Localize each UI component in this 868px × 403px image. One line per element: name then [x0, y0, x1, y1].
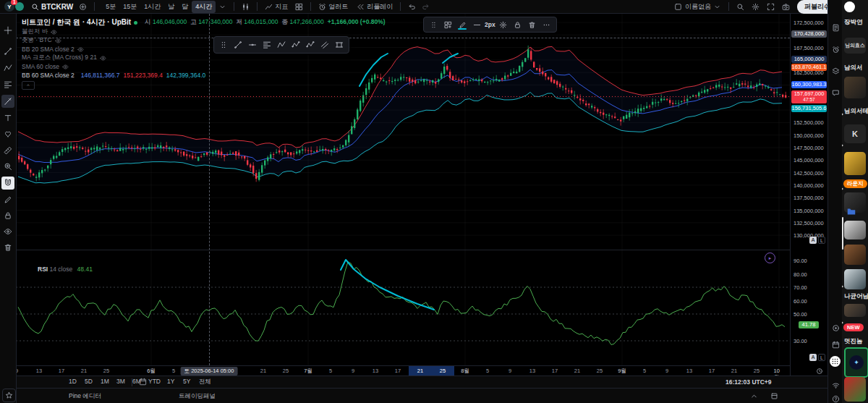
panel-item-label[interactable]: 나균어님 [844, 292, 868, 301]
tool-drawpencil-icon[interactable] [1, 193, 14, 206]
quick-search-icon[interactable] [736, 3, 744, 11]
price-axis[interactable]: 172,500,000167,500,000162,500,000152,500… [790, 14, 828, 376]
tool-heart-icon[interactable] [1, 127, 14, 140]
rsi-legend[interactable]: RSI 14 close 48.41 [38, 266, 93, 273]
rsi-pane-chart[interactable] [16, 250, 790, 365]
range-button-3M[interactable]: 3M [116, 378, 125, 385]
timeframe-dropdown-icon[interactable] [218, 3, 226, 11]
auto-scale-button[interactable]: A [809, 237, 817, 244]
save-layout-icon[interactable] [674, 3, 682, 11]
fav-tool-hline-icon[interactable] [246, 39, 259, 51]
bb60-legend-row[interactable]: BB 60 SMA close 2 146,811,366.7151,223,3… [22, 71, 386, 80]
panel-thumbnail[interactable] [844, 245, 866, 265]
compare-add-icon[interactable] [79, 3, 87, 11]
timeframe-button-달[interactable]: 달 [178, 1, 192, 13]
rail-chat-icon[interactable] [830, 87, 841, 98]
tool-brush-icon[interactable] [1, 95, 14, 108]
panel-expand-arrow[interactable] [842, 321, 843, 325]
tool-magnet-icon[interactable] [1, 177, 14, 190]
line-width-label[interactable]: 2px [485, 21, 495, 28]
panel-expand-arrow[interactable] [842, 187, 843, 191]
indicator-row-0[interactable]: 볼린저 바 [22, 27, 386, 36]
panel-expand-arrow[interactable] [842, 284, 843, 289]
panel-collapse-icon[interactable] [750, 392, 758, 400]
goto-date-icon[interactable] [139, 378, 147, 386]
fullscreen-icon[interactable] [767, 3, 775, 11]
right-thumbnails-panel[interactable]: 장박연님의효스남의서님의서테K라운지나균어님NEW멋진놈✦ [842, 0, 868, 403]
lock-icon[interactable] [511, 19, 524, 30]
timeframe-button-1시간[interactable]: 1시간 [140, 1, 164, 13]
range-button-5D[interactable]: 5D [85, 378, 93, 385]
template-icon[interactable] [441, 19, 454, 30]
panel-thumbnail[interactable] [844, 304, 866, 317]
symbol-legend-title[interactable]: 비트코인 / 한국 원 · 4시간 · UpBit 시 146,046,000고… [22, 17, 386, 27]
tool-crosshair-icon[interactable] [1, 24, 14, 37]
tool-trash-icon[interactable] [1, 241, 14, 254]
alert-button[interactable]: 얼러트 [318, 2, 348, 12]
panel-badge[interactable]: 라운지 [843, 179, 867, 188]
fav-tool-zigzag-icon[interactable] [289, 39, 302, 51]
screenshot-icon[interactable] [782, 3, 790, 11]
eye-icon[interactable] [55, 38, 61, 44]
folder-icon[interactable] [846, 206, 856, 216]
panel-badge[interactable]: NEW [843, 323, 864, 331]
timeframe-button-5분[interactable]: 5분 [102, 1, 119, 13]
tool-fib-icon[interactable] [1, 78, 14, 91]
rail-wifi-icon[interactable] [830, 379, 841, 391]
panel-item-label[interactable]: 님의서테 [844, 107, 868, 116]
indicator-row-4[interactable]: SMA 60 close [22, 62, 386, 71]
trash-icon[interactable] [526, 19, 539, 30]
range-button-YTD[interactable]: YTD [148, 378, 161, 385]
panel-featured-tile[interactable]: ✦ [844, 347, 868, 378]
panel-thumbnail[interactable] [844, 77, 866, 98]
log-scale-button[interactable]: L [818, 237, 825, 244]
timezone-clock-icon[interactable] [816, 368, 823, 375]
countdown-ring-icon[interactable]: ▸ [765, 253, 775, 263]
timeframe-button-15분[interactable]: 15분 [119, 1, 140, 13]
tool-lock-icon[interactable] [1, 209, 14, 222]
panel-thumbnail[interactable] [844, 269, 866, 289]
panel-thumbnail[interactable]: K [844, 124, 866, 143]
panel-thumbnail[interactable]: 님의효스 [844, 38, 866, 54]
range-button-1M[interactable]: 1M [101, 378, 109, 385]
pane-separator[interactable] [16, 250, 790, 250]
panel-expand-icon[interactable] [770, 392, 778, 400]
panel-thumbnail[interactable] [844, 221, 866, 239]
auto-scale-button[interactable]: A [809, 354, 817, 361]
range-button-전체[interactable]: 전체 [199, 378, 211, 386]
linewidth-icon[interactable] [470, 19, 483, 30]
tool-trendline-icon[interactable] [1, 45, 14, 58]
chart-area[interactable]: 비트코인 / 한국 원 · 4시간 · UpBit 시 146,046,000고… [16, 14, 790, 376]
fav-tool-patternbox-icon[interactable] [333, 39, 346, 51]
pencil-icon[interactable] [456, 19, 469, 30]
eye-icon[interactable] [77, 46, 84, 53]
drag-handle-icon[interactable] [427, 19, 440, 30]
panel-item-label[interactable]: 장박연 [844, 18, 863, 27]
timeframe-button-날[interactable]: 날 [164, 1, 178, 13]
clock[interactable]: 16:12:03 UTC+9 [726, 378, 772, 386]
panel-item-label[interactable]: 멋진놈 [844, 337, 863, 346]
rail-layers-icon[interactable] [830, 65, 841, 77]
legend-collapse-button[interactable]: ^ [22, 81, 35, 90]
tool-eye-icon[interactable] [1, 225, 14, 238]
fav-tool-fib-icon[interactable] [260, 39, 273, 51]
rail-question-icon[interactable] [830, 393, 841, 403]
user-avatar[interactable]: Y 1 [4, 1, 14, 12]
redo-icon[interactable] [422, 3, 430, 11]
eye-icon[interactable] [62, 64, 69, 70]
eye-icon[interactable] [100, 55, 106, 61]
indicator-row-3[interactable]: MA 크로스 (MA Cross) 9 21 [22, 54, 386, 62]
panel-item-label[interactable]: 남의서 [844, 64, 863, 72]
rail-apps-icon[interactable] [830, 356, 841, 367]
tool-pattern-icon[interactable] [1, 61, 14, 75]
panel-expand-arrow[interactable] [842, 112, 843, 116]
fav-tool-pattern-icon[interactable] [275, 39, 288, 51]
tab-pine-editor[interactable]: Pine 에디터 [69, 392, 101, 401]
tool-zoom-icon[interactable] [1, 160, 14, 173]
tab-trading-panel[interactable]: 트레이딩패널 [179, 392, 216, 401]
panel-thumbnail[interactable] [844, 152, 866, 175]
indicators-button[interactable]: 지표 [265, 2, 288, 12]
settings-icon[interactable] [752, 3, 760, 11]
panel-scrollbar[interactable] [842, 217, 843, 250]
eye-icon[interactable] [51, 29, 57, 35]
